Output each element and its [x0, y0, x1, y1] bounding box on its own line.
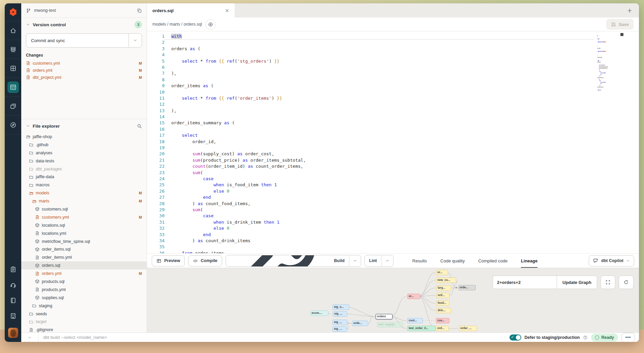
tree-item-staging[interactable]: staging: [21, 302, 147, 310]
tree-item-metricflow-time-spine-sql[interactable]: metricflow_time_spine.sql: [21, 237, 147, 246]
nav-notes[interactable]: [5, 262, 21, 277]
more-options-button[interactable]: •••: [621, 333, 635, 342]
new-tab-button[interactable]: [620, 3, 639, 18]
nav-home[interactable]: [5, 21, 21, 40]
tree-item-seeds[interactable]: seeds: [21, 310, 147, 318]
lint-button[interactable]: Lint: [364, 255, 393, 267]
lineage-node[interactable]: cus...: [436, 318, 449, 323]
nav-support[interactable]: [5, 277, 21, 293]
scrollbar-thumb[interactable]: [620, 33, 623, 36]
dbt-logo[interactable]: [5, 3, 21, 21]
tree-item-models[interactable]: modelsM: [21, 189, 147, 197]
nav-ide-active[interactable]: [5, 78, 21, 97]
tree-item-dbt-packages[interactable]: dbt_packages: [21, 165, 147, 173]
tree-item-order-items-sql[interactable]: order_items.sql: [21, 245, 147, 253]
changed-file-item[interactable]: orders.ymlM: [21, 67, 147, 74]
user-menu[interactable]: [5, 324, 21, 342]
nav-environments[interactable]: [5, 59, 21, 78]
tab-code-quality[interactable]: Code quality: [440, 254, 465, 268]
lineage-node[interactable]: test_supply...: [377, 322, 403, 327]
changed-file-item[interactable]: dbt_project.ymlM: [21, 74, 147, 81]
lineage-node[interactable]: ord...: [436, 293, 449, 298]
tree-item-analyses[interactable]: analyses: [21, 149, 147, 157]
tree-item-orders-yml[interactable]: orders.ymlM: [21, 269, 147, 278]
tree-item-jaffle-data[interactable]: jaffle-data: [21, 173, 147, 181]
nav-docs[interactable]: [5, 293, 21, 308]
fullscreen-button[interactable]: [601, 276, 615, 289]
tree-item-customers-yml[interactable]: customers.ymlM: [21, 213, 147, 221]
update-graph-button[interactable]: Update Graph: [557, 276, 597, 289]
commit-dropdown[interactable]: [128, 34, 142, 47]
lineage-node[interactable]: stg_...: [332, 326, 347, 332]
changed-file-item[interactable]: customers.ymlM: [21, 60, 147, 67]
lineage-node[interactable]: orde...: [352, 321, 368, 326]
tab-compiled-code[interactable]: Compiled code: [478, 254, 507, 268]
lineage-selector-input[interactable]: [493, 276, 557, 289]
tree-item-locations-yml[interactable]: locations.yml: [21, 229, 147, 237]
tree-item--github[interactable]: .github: [21, 141, 147, 149]
tab-results[interactable]: Results: [412, 254, 427, 268]
lineage-node[interactable]: ecom....: [310, 311, 328, 316]
nav-jobs[interactable]: [5, 40, 21, 59]
lineage-node[interactable]: or...: [436, 270, 448, 275]
lineage-node[interactable]: stg_...: [333, 311, 347, 317]
tree-item-orders-sql[interactable]: orders.sql: [21, 261, 147, 269]
lineage-node[interactable]: drin...: [436, 308, 451, 313]
nav-orchestration[interactable]: [5, 97, 21, 116]
code-editor[interactable]: 1234567891011121314151617181920212223242…: [147, 31, 639, 253]
tree-item-supplies-sql[interactable]: supplies.sql: [21, 294, 147, 302]
minimap[interactable]: [597, 33, 618, 93]
lineage-node[interactable]: order_...: [459, 326, 477, 331]
tree-item-jaffle-shop[interactable]: jaffle-shop: [21, 133, 147, 141]
lineage-node[interactable]: larg...: [436, 285, 451, 291]
home-icon: [10, 27, 17, 34]
help-icon[interactable]: [583, 335, 588, 340]
lint-dropdown[interactable]: [381, 255, 393, 266]
close-icon[interactable]: [225, 8, 229, 13]
nav-explore[interactable]: [5, 116, 21, 134]
lineage-node[interactable]: stg_...: [332, 320, 347, 325]
command-bar-expand[interactable]: [21, 333, 38, 342]
build-button[interactable]: Build: [226, 255, 361, 267]
lineage-node[interactable]: ord...: [436, 326, 449, 331]
copy-icon[interactable]: [137, 8, 142, 13]
tree-item-target[interactable]: target: [21, 318, 147, 326]
defer-toggle[interactable]: ✓: [509, 334, 521, 341]
tree-item-customers-sql[interactable]: customers.sql: [21, 205, 147, 213]
tab-lineage[interactable]: Lineage: [521, 254, 537, 268]
search-icon[interactable]: [137, 124, 142, 129]
preview-button[interactable]: Preview: [152, 255, 185, 266]
build-dropdown[interactable]: [349, 255, 361, 266]
tree-item-data-tests[interactable]: data-tests: [21, 157, 147, 165]
tab-orders-sql[interactable]: orders.sql: [147, 3, 235, 18]
lineage-node[interactable]: stg_o...: [332, 304, 349, 310]
tree-item-products-sql[interactable]: products.sql: [21, 278, 147, 286]
lineage-node[interactable]: or...: [407, 294, 420, 299]
commit-and-sync-button[interactable]: Commit and sync: [26, 33, 142, 47]
version-control-header[interactable]: Version control 3: [21, 18, 147, 31]
lineage-node[interactable]: test_order_it...: [407, 326, 436, 331]
tree-item-order-items-yml[interactable]: order_items.yml: [21, 253, 147, 261]
line-number: 1: [147, 33, 165, 39]
tree-item-locations-sql[interactable]: locations.sql: [21, 221, 147, 229]
lineage-node[interactable]: food...: [436, 300, 449, 306]
lineage-canvas[interactable]: ecom....stg_o...stg_...stg_...stg_...ord…: [147, 268, 639, 332]
save-button[interactable]: Save: [606, 19, 634, 30]
compile-button[interactable]: Compile: [188, 255, 222, 266]
tree-item-macros[interactable]: macros: [21, 181, 147, 189]
line-number: 26: [147, 188, 165, 194]
lineage-node[interactable]: cust...: [407, 318, 423, 323]
tree-item-products-yml[interactable]: products.yml: [21, 286, 147, 294]
tree-item--gitignore[interactable]: .gitignore: [21, 326, 147, 332]
code-content[interactable]: withorders as ( select * from {{ ref('st…: [170, 31, 306, 253]
command-input[interactable]: [38, 335, 509, 340]
refresh-button[interactable]: [619, 276, 634, 289]
lineage-node[interactable]: new_cu...: [436, 278, 456, 283]
model-lens-button[interactable]: [205, 19, 216, 30]
lineage-node[interactable]: orde...: [458, 285, 476, 290]
dbt-copilot-button[interactable]: dbt Copilot: [589, 255, 634, 266]
nav-org[interactable]: [5, 308, 21, 324]
tree-item-marts[interactable]: martsM: [21, 197, 147, 205]
file-explorer-header[interactable]: File explorer: [21, 119, 147, 133]
lineage-node[interactable]: orders: [376, 314, 392, 319]
